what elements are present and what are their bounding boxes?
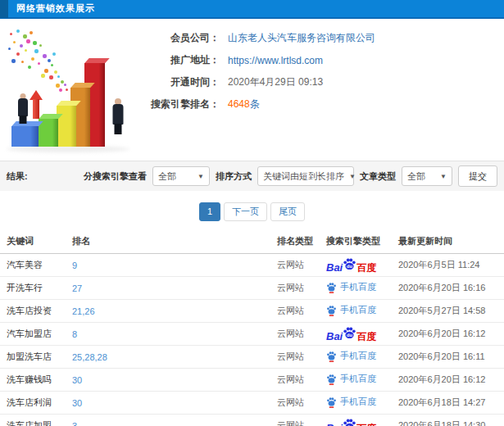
confetti-dot — [10, 33, 12, 35]
confetti-dot — [54, 70, 57, 74]
confetti-dot — [33, 41, 37, 45]
company-row: 会员公司： 山东老人头汽车服务咨询有限公司 — [144, 27, 497, 49]
confetti-dot — [26, 39, 30, 43]
promo-url-label: 推广地址： — [144, 53, 220, 67]
open-time-value: 2020年4月29日 09:13 — [228, 75, 323, 89]
confetti-dot — [41, 74, 45, 78]
article-type-label: 文章类型 — [360, 170, 396, 183]
mobile-baidu-label: 手机百度 — [340, 304, 376, 316]
mobile-baidu-link[interactable]: 手机百度 — [326, 350, 376, 362]
baidu-logo-bai: Bai — [326, 423, 343, 426]
sort-filter-value: 关键词由短到长排序 — [263, 170, 344, 183]
confetti-dot — [56, 84, 60, 88]
mobile-baidu-link[interactable]: 手机百度 — [326, 396, 376, 408]
mobile-baidu-link[interactable]: 手机百度 — [326, 281, 376, 293]
last-page-button[interactable]: 尾页 — [270, 202, 305, 221]
rank-type-cell: 云网站 — [277, 397, 304, 407]
keyword-cell: 开洗车行 — [7, 283, 43, 292]
engine-filter-select[interactable]: 全部 ▼ — [152, 166, 210, 186]
keyword-cell: 汽车美容 — [7, 260, 43, 270]
keyword-cell: 洗车店利润 — [7, 397, 52, 407]
col-header-engine-type: 搜索引擎类型 — [326, 230, 398, 254]
svg-text:du: du — [347, 264, 352, 269]
businessman-right-figure — [111, 98, 125, 134]
mobile-baidu-link[interactable]: 手机百度 — [326, 304, 376, 316]
promo-url-link[interactable]: https://www.lrtlsd.com — [228, 55, 323, 66]
table-row: 汽车加盟店8云网站 Bai du 百度 2020年6月20日 16:12 — [0, 323, 504, 346]
chart-floor-shadow — [7, 146, 129, 152]
mobile-baidu-label: 手机百度 — [340, 396, 376, 408]
rank-link[interactable]: 8 — [72, 329, 77, 339]
keyword-cell: 汽车加盟店 — [7, 329, 52, 338]
baidu-logo-bai: Bai — [326, 262, 343, 273]
col-header-updated: 最新更新时间 — [398, 230, 504, 254]
confetti-dot — [64, 84, 66, 86]
rank-link[interactable]: 9 — [72, 261, 77, 270]
updated-time-cell: 2020年6月5日 11:24 — [398, 260, 479, 270]
confetti-dot — [66, 88, 68, 91]
table-body: 汽车美容9云网站 Bai du 百度 2020年6月5日 11:24开洗车行27… — [0, 254, 504, 426]
confetti-dot — [31, 57, 34, 61]
rank-link[interactable]: 30 — [72, 398, 82, 408]
confetti-dot — [11, 59, 16, 63]
updated-time-cell: 2020年6月20日 16:16 — [398, 283, 485, 292]
engine-filter-value: 全部 — [158, 170, 176, 183]
mobile-baidu-link[interactable]: 手机百度 — [326, 373, 376, 385]
table-row: 加盟洗车店25,28,28云网站 手机百度 2020年6月20日 16:11 — [0, 346, 504, 369]
baidu-paw-icon — [326, 305, 337, 316]
baidu-logo[interactable]: Bai du 百度 — [326, 418, 376, 426]
updated-time-cell: 2020年6月20日 16:12 — [398, 374, 485, 384]
svg-text:du: du — [347, 333, 352, 338]
rank-link[interactable]: 27 — [72, 283, 82, 293]
confetti-dot — [23, 34, 27, 39]
rank-link[interactable]: 3 — [72, 421, 77, 426]
chevron-down-icon: ▼ — [349, 173, 356, 180]
header-bar: 网络营销效果展示 — [0, 0, 504, 19]
open-time-label: 开通时间： — [144, 75, 220, 89]
company-link[interactable]: 山东老人头汽车服务咨询有限公司 — [228, 31, 375, 45]
rank-type-cell: 云网站 — [277, 329, 304, 338]
rank-type-cell: 云网站 — [277, 306, 304, 315]
confetti-dot — [16, 29, 20, 33]
next-page-button[interactable]: 下一页 — [224, 202, 267, 221]
rank-link[interactable]: 30 — [72, 375, 82, 385]
baidu-logo[interactable]: Bai du 百度 — [326, 326, 376, 341]
sort-filter-label: 排序方式 — [216, 170, 252, 183]
article-type-select[interactable]: 全部 ▼ — [402, 166, 452, 186]
keyword-cell: 洗车赚钱吗 — [7, 374, 52, 384]
submit-button[interactable]: 提交 — [458, 165, 497, 187]
confetti-dot — [30, 31, 33, 34]
col-header-rank: 排名 — [72, 230, 277, 254]
baidu-logo-bai: Bai — [326, 331, 343, 342]
confetti-dot — [25, 49, 27, 52]
engine-rank-row: 搜索引擎排名： 4648条 — [144, 93, 497, 116]
filter-group: 分搜索引擎查看 全部 ▼ 排序方式 关键词由短到长排序 ▼ 文章类型 全部 ▼ … — [84, 165, 497, 187]
rank-type-cell: 云网站 — [277, 283, 304, 292]
baidu-paw-icon — [326, 351, 337, 362]
page-button-current[interactable]: 1 — [199, 202, 220, 221]
pagination: 1 下一页 尾页 — [0, 202, 504, 221]
baidu-logo-cn: 百度 — [356, 263, 376, 273]
table-row: 开洗车行27云网站 手机百度 2020年6月20日 16:16 — [0, 277, 504, 300]
confetti-dot — [43, 54, 47, 58]
baidu-paw-icon: du — [343, 326, 356, 341]
updated-time-cell: 2020年6月18日 14:30 — [398, 420, 485, 426]
baidu-paw-icon: du — [343, 257, 356, 272]
top-section: 会员公司： 山东老人头汽车服务咨询有限公司 推广地址： https://www.… — [0, 20, 504, 160]
table-header-row: 关键词 排名 排名类型 搜索引擎类型 最新更新时间 — [0, 230, 504, 254]
page: 网络营销效果展示 会员公司： 山东老人头汽车服务咨询有限公司 推广地址： htt — [0, 0, 504, 426]
rank-link[interactable]: 21,26 — [72, 306, 95, 316]
confetti-dot — [16, 52, 20, 56]
chevron-down-icon: ▼ — [440, 173, 447, 180]
chart-bar-yellow — [57, 106, 76, 147]
updated-time-cell: 2020年6月18日 14:27 — [398, 397, 485, 407]
rank-link[interactable]: 25,28,28 — [72, 352, 107, 362]
keyword-cell: 加盟洗车店 — [7, 351, 52, 361]
col-header-rank-type: 排名类型 — [277, 230, 326, 254]
rank-type-cell: 云网站 — [277, 260, 304, 270]
sort-filter-select[interactable]: 关键词由短到长排序 ▼ — [257, 166, 354, 186]
up-arrow-icon — [30, 90, 43, 120]
baidu-logo[interactable]: Bai du 百度 — [326, 257, 376, 272]
rank-type-cell: 云网站 — [277, 351, 304, 361]
table-row: 洗车店利润30云网站 手机百度 2020年6月18日 14:27 — [0, 392, 504, 415]
